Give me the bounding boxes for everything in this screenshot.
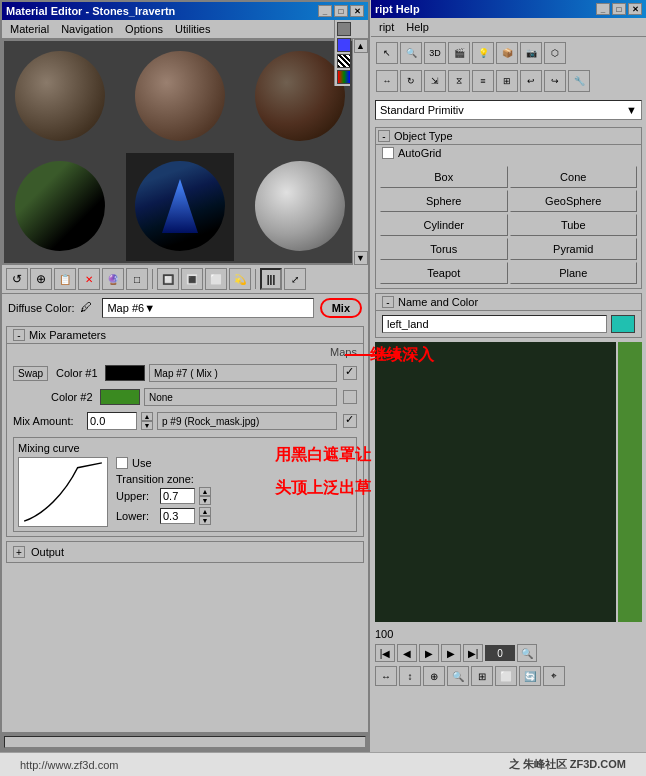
tool-btn-6[interactable]: □ [126, 268, 148, 290]
obj-btn-torus[interactable]: Torus [380, 238, 508, 260]
collapse-button[interactable]: - [13, 329, 25, 341]
color2-swatch[interactable] [100, 389, 140, 405]
side-tool-2[interactable] [337, 38, 351, 52]
go-start-button[interactable]: |◀ [375, 644, 395, 662]
obj-btn-plane[interactable]: Plane [510, 262, 638, 284]
nav-btn-5[interactable]: ⊞ [471, 666, 493, 686]
map-select-dropdown[interactable]: Map #6 ▼ [102, 298, 313, 318]
preview-cell-5[interactable] [126, 153, 234, 261]
preview-cell-6[interactable] [246, 153, 354, 261]
close-button[interactable]: ✕ [350, 5, 364, 17]
rt-btn-mirror[interactable]: ⧖ [448, 70, 470, 92]
nav-btn-8[interactable]: ⌖ [543, 666, 565, 686]
standard-primitiv-dropdown[interactable]: Standard Primitiv ▼ [375, 100, 642, 120]
obj-btn-cone[interactable]: Cone [510, 166, 638, 188]
upper-spin-up[interactable]: ▲ [199, 487, 211, 496]
lower-spin-down[interactable]: ▼ [199, 516, 211, 525]
minimize-button[interactable]: _ [318, 5, 332, 17]
mix-amount-input[interactable] [87, 412, 137, 430]
preview-cell-4[interactable] [6, 153, 114, 261]
menu-material[interactable]: Material [6, 22, 53, 36]
tool-btn-11[interactable]: ||| [260, 268, 282, 290]
tool-btn-10[interactable]: 💫 [229, 268, 251, 290]
rt-btn-move[interactable]: ↔ [376, 70, 398, 92]
obj-btn-geosphere[interactable]: GeoSphere [510, 190, 638, 212]
obj-collapse-button[interactable]: - [378, 130, 390, 142]
upper-spin-down[interactable]: ▼ [199, 496, 211, 505]
spin-down[interactable]: ▼ [141, 421, 153, 430]
right-maximize-button[interactable]: □ [612, 3, 626, 15]
output-plus-icon[interactable]: + [13, 546, 25, 558]
rt-btn-3d[interactable]: 3D [424, 42, 446, 64]
next-frame-button[interactable]: ▶ [441, 644, 461, 662]
side-tool-4[interactable] [337, 70, 351, 84]
horizontal-slider[interactable] [4, 736, 366, 748]
lower-spin-up[interactable]: ▲ [199, 507, 211, 516]
rt-btn-obj[interactable]: 📦 [496, 42, 518, 64]
search-button[interactable]: 🔍 [517, 644, 537, 662]
rt-btn-wrench[interactable]: 🔧 [568, 70, 590, 92]
rt-btn-redo[interactable]: ↪ [544, 70, 566, 92]
rt-btn-rotate[interactable]: ↻ [400, 70, 422, 92]
menu-utilities[interactable]: Utilities [171, 22, 214, 36]
right-menu-help[interactable]: Help [402, 20, 433, 34]
obj-btn-cylinder[interactable]: Cylinder [380, 214, 508, 236]
object-color-swatch[interactable] [611, 315, 635, 333]
tool-btn-8[interactable]: 🔳 [181, 268, 203, 290]
go-end-button[interactable]: ▶| [463, 644, 483, 662]
rt-btn-align[interactable]: ≡ [472, 70, 494, 92]
color2-map-button[interactable]: None [144, 388, 337, 406]
time-input[interactable] [485, 645, 515, 661]
curve-canvas[interactable] [18, 457, 108, 527]
mask-checkbox[interactable] [343, 414, 357, 428]
object-name-input[interactable] [382, 315, 607, 333]
use-checkbox[interactable] [116, 457, 128, 469]
tool-btn-12[interactable]: ⤢ [284, 268, 306, 290]
rt-btn-cursor[interactable]: ↖ [376, 42, 398, 64]
tool-btn-4[interactable]: ✕ [78, 268, 100, 290]
tool-btn-2[interactable]: ⊕ [30, 268, 52, 290]
obj-btn-pyramid[interactable]: Pyramid [510, 238, 638, 260]
menu-navigation[interactable]: Navigation [57, 22, 117, 36]
rt-btn-render[interactable]: 🎬 [448, 42, 470, 64]
color1-swatch[interactable] [105, 365, 145, 381]
nav-btn-4[interactable]: 🔍 [447, 666, 469, 686]
swap-button[interactable]: Swap [13, 366, 48, 381]
lower-input[interactable] [160, 508, 195, 524]
color2-map-checkbox[interactable] [343, 390, 357, 404]
upper-input[interactable] [160, 488, 195, 504]
rt-btn-snap[interactable]: ⊞ [496, 70, 518, 92]
name-color-collapse-button[interactable]: - [382, 296, 394, 308]
nav-btn-6[interactable]: ⬜ [495, 666, 517, 686]
nav-btn-7[interactable]: 🔄 [519, 666, 541, 686]
obj-btn-tube[interactable]: Tube [510, 214, 638, 236]
rt-btn-geo[interactable]: ⬡ [544, 42, 566, 64]
obj-btn-sphere[interactable]: Sphere [380, 190, 508, 212]
tool-btn-9[interactable]: ⬜ [205, 268, 227, 290]
tool-btn-5[interactable]: 🔮 [102, 268, 124, 290]
eyedropper-icon[interactable]: 🖊 [80, 300, 96, 316]
right-close-button[interactable]: ✕ [628, 3, 642, 15]
color1-map-button[interactable]: Map #7 ( Mix ) [149, 364, 337, 382]
obj-btn-box[interactable]: Box [380, 166, 508, 188]
scroll-down-button[interactable]: ▼ [354, 251, 368, 265]
right-menu-script[interactable]: ript [375, 20, 398, 34]
preview-scrollbar[interactable]: ▲ ▼ [352, 39, 368, 265]
prev-frame-button[interactable]: ◀ [397, 644, 417, 662]
mask-map-button[interactable]: p #9 (Rock_mask.jpg) [157, 412, 337, 430]
color1-map-checkbox[interactable] [343, 366, 357, 380]
preview-cell-2[interactable] [126, 43, 234, 151]
autogrid-checkbox[interactable] [382, 147, 394, 159]
preview-cell-1[interactable] [6, 43, 114, 151]
nav-btn-3[interactable]: ⊕ [423, 666, 445, 686]
nav-btn-1[interactable]: ↔ [375, 666, 397, 686]
rt-btn-light[interactable]: 💡 [472, 42, 494, 64]
rt-btn-zoom[interactable]: 🔍 [400, 42, 422, 64]
spin-up[interactable]: ▲ [141, 412, 153, 421]
menu-options[interactable]: Options [121, 22, 167, 36]
viewport-dark[interactable] [375, 342, 616, 622]
right-minimize-button[interactable]: _ [596, 3, 610, 15]
rt-btn-undo[interactable]: ↩ [520, 70, 542, 92]
side-tool-1[interactable] [337, 22, 351, 36]
rt-btn-scale[interactable]: ⇲ [424, 70, 446, 92]
